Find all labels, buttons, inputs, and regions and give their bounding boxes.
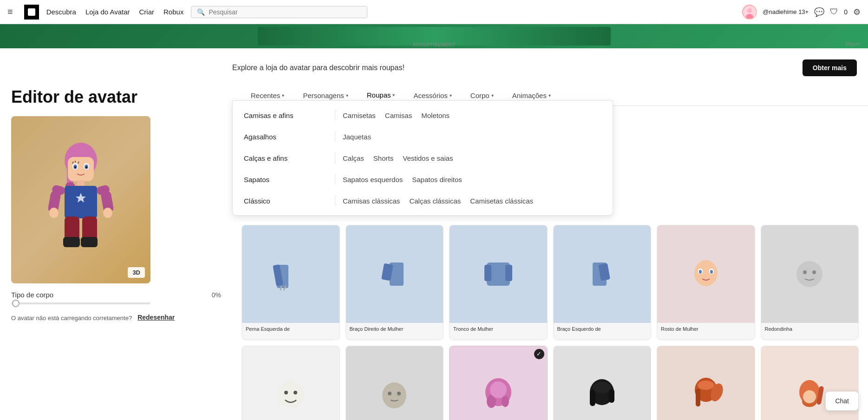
main-content: Editor de avatar [0,76,868,420]
dropdown-row-sapatos: Sapatos Sapatos esquerdos Sapatos direit… [233,169,613,190]
dropdown-category-classico[interactable]: Clássico [244,197,327,205]
dropdown-items-classico: Camisas clássicas Calças clássicas Camis… [343,197,533,205]
roupas-dropdown: Camisas e afins Camisetas Camisas Moleto… [232,100,613,216]
dropdown-category-calcas[interactable]: Calças e afins [244,154,327,162]
search-input[interactable] [209,8,361,16]
dropdown-item-sapatos-dir[interactable]: Sapatos direitos [412,176,462,184]
svg-rect-57 [590,390,595,406]
body-type-row: Tipo de corpo 0% [11,291,221,299]
svg-point-46 [278,381,304,407]
list-item[interactable]: Tronco de Mulher [449,225,548,340]
item-label: Rosto de Mulher [657,323,755,340]
user-name: @nadiehime 13+ [763,8,809,15]
hamburger-icon[interactable]: ≡ [7,7,13,17]
list-item[interactable]: Perna Esquerda de [241,225,340,340]
redesenhar-button[interactable]: Redesenhar [137,314,175,321]
list-item[interactable]: ✓ [449,346,548,420]
left-panel: Editor de avatar [0,76,232,420]
dropdown-item-moletons[interactable]: Moletons [421,112,450,119]
dropdown-item-sapatos-esq[interactable]: Sapatos esquerdos [343,176,403,184]
dropdown-items-sapatos: Sapatos esquerdos Sapatos direitos [343,176,462,184]
svg-point-49 [382,382,406,408]
svg-point-40 [699,270,702,274]
svg-rect-35 [505,265,512,281]
svg-point-50 [388,392,392,395]
chevron-down-icon: ▾ [282,93,284,98]
list-item[interactable] [346,346,444,420]
dropdown-item-calcas[interactable]: Calças [343,154,364,162]
avatar[interactable] [742,5,757,20]
svg-rect-7 [68,157,94,181]
chevron-down-icon: ▾ [450,93,452,98]
ad-report[interactable]: Report [845,41,861,46]
avatar-3d-badge: 3D [128,267,145,278]
settings-icon[interactable]: ⚙ [853,7,861,17]
item-label: Braço Direito de Mulher [346,323,444,340]
roblox-logo [24,5,39,20]
ad-banner: ADVERTISEMENT Report [0,24,868,48]
svg-point-47 [284,391,288,394]
dropdown-item-jaquetas[interactable]: Jaquetas [343,133,371,141]
ad-label: ADVERTISEMENT [413,42,455,47]
list-item[interactable] [553,346,652,420]
svg-rect-34 [484,265,491,281]
chevron-down-icon: ▾ [346,93,348,98]
dropdown-item-camisetas[interactable]: Camisetas [343,112,376,119]
body-type-pct: 0% [212,291,221,299]
list-item[interactable]: Redondinha [761,225,859,340]
svg-rect-26 [81,237,98,247]
dropdown-item-vestidos[interactable]: Vestidos e saias [403,154,453,162]
list-item[interactable]: Braço Direito de Mulher [346,225,444,340]
dropdown-item-shorts[interactable]: Shorts [373,154,393,162]
nav-create[interactable]: Criar [139,8,155,16]
item-check: ✓ [534,349,544,359]
dropdown-row-calcas: Calças e afins Calças Shorts Vestidos e … [233,147,613,169]
shield-icon[interactable]: 🛡 [830,7,838,17]
items-grid-section: Perna Esquerda de Braço Direito de Mulhe… [232,217,868,420]
list-item[interactable] [657,346,755,420]
svg-point-67 [803,390,816,403]
list-item[interactable]: Rosto de Mulher [657,225,755,340]
dropdown-row-classico: Clássico Camisas clássicas Calças clássi… [233,190,613,211]
dropdown-category-camisas[interactable]: Camisas e afins [244,112,327,119]
svg-point-2 [747,8,752,13]
svg-point-43 [796,261,822,287]
header: ≡ Descubra Loja do Avatar Criar Robux 🔍 … [0,0,868,24]
list-item[interactable] [241,346,340,420]
page-title: Editor de avatar [11,87,221,107]
svg-point-59 [593,382,611,393]
nav-discover[interactable]: Descubra [46,8,76,16]
chat-label: Chat [835,397,849,405]
search-icon: 🔍 [197,8,205,16]
dropdown-item-camisetas-classicas[interactable]: Camisetas clássicas [470,197,533,205]
item-label: Braço Esquerdo de [554,323,651,340]
right-panel: Recentes ▾ Personagens ▾ Roupas ▾ Acessó… [232,76,868,420]
svg-point-38 [694,260,718,286]
header-right: @nadiehime 13+ 💬 🛡 0 ⚙ [742,5,861,20]
avatar-error-row: O avatar não está carregando corretament… [11,314,221,323]
item-label: Redondinha [761,323,859,340]
chat-icon[interactable]: 💬 [814,7,824,17]
svg-rect-58 [609,389,614,403]
obter-mais-button[interactable]: Obter mais [803,59,857,76]
svg-point-48 [294,391,297,394]
body-type-slider[interactable] [11,302,150,304]
dropdown-category-sapatos[interactable]: Sapatos [244,176,327,184]
dropdown-item-calcas-classicas[interactable]: Calças clássicas [409,197,461,205]
slider-thumb[interactable] [12,300,20,307]
chat-bubble[interactable]: Chat [825,391,859,411]
divider [335,110,335,120]
search-bar: 🔍 [191,6,367,18]
nav-robux[interactable]: Robux [163,8,183,16]
items-grid: Perna Esquerda de Braço Direito de Mulhe… [241,225,859,420]
dropdown-item-camisas[interactable]: Camisas [385,112,412,119]
dropdown-items-camisas: Camisetas Camisas Moletons [343,112,450,119]
dropdown-category-agasalhos[interactable]: Agasalhos [244,133,327,141]
nav-tabs-container: Recentes ▾ Personagens ▾ Roupas ▾ Acessó… [232,76,868,106]
list-item[interactable]: Braço Esquerdo de [553,225,652,340]
item-label: Perna Esquerda de [242,323,339,340]
explore-text: Explore a loja do avatar para descobrir … [232,64,405,72]
dropdown-item-camisas-classicas[interactable]: Camisas clássicas [343,197,400,205]
avatar-preview: 3D [11,116,150,283]
nav-avatar-shop[interactable]: Loja do Avatar [85,8,130,16]
